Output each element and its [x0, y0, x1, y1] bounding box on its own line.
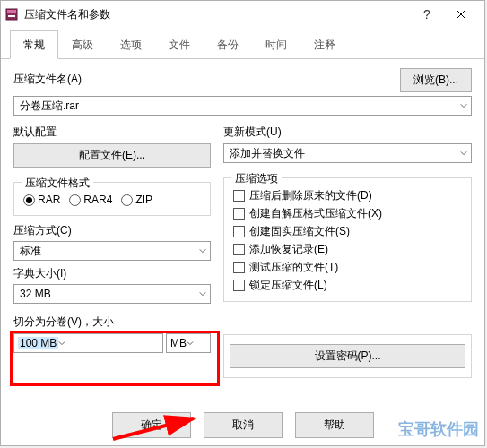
radio-rar[interactable]: RAR: [23, 194, 60, 206]
check-delete-after[interactable]: 压缩后删除原来的文件(D): [233, 188, 462, 203]
close-icon: [457, 10, 465, 19]
split-size-value: 100 MB: [18, 337, 58, 349]
chevron-down-icon: [187, 337, 194, 349]
check-recovery[interactable]: 添加恢复记录(E): [233, 242, 462, 257]
help-button[interactable]: ?: [413, 7, 440, 22]
format-group-title: 压缩文件格式: [22, 176, 93, 191]
dict-dropdown[interactable]: 32 MB: [13, 284, 211, 304]
method-dropdown[interactable]: 标准: [13, 241, 211, 261]
tab-backup[interactable]: 备份: [204, 30, 252, 59]
tab-time[interactable]: 时间: [252, 30, 300, 59]
dict-label: 字典大小(I): [13, 266, 211, 281]
titlebar: 压缩文件名和参数 ?: [1, 1, 484, 28]
method-label: 压缩方式(C): [13, 223, 211, 238]
chevron-down-icon: [58, 337, 65, 349]
ok-button[interactable]: 确定: [112, 412, 191, 438]
cancel-button[interactable]: 取消: [204, 412, 283, 438]
split-label: 切分为分卷(V)，大小: [13, 314, 211, 330]
tab-comment[interactable]: 注释: [300, 30, 349, 59]
set-password-button[interactable]: 设置密码(P)...: [230, 344, 465, 368]
window-title: 压缩文件名和参数: [24, 7, 413, 22]
browse-button[interactable]: 浏览(B)...: [400, 68, 472, 92]
close-button[interactable]: [440, 2, 481, 27]
archive-name-input[interactable]: 分卷压缩.rar: [13, 96, 472, 116]
winrar-icon: [4, 7, 19, 22]
profiles-button[interactable]: 配置文件(E)...: [13, 143, 211, 168]
chevron-down-icon: [460, 147, 467, 159]
check-sfx[interactable]: 创建自解压格式压缩文件(X): [233, 206, 462, 221]
help-button-footer[interactable]: 帮助: [295, 412, 374, 438]
tab-options[interactable]: 选项: [107, 30, 155, 59]
chevron-down-icon: [199, 245, 206, 257]
split-unit-dropdown[interactable]: MB: [166, 333, 211, 353]
archive-name-value: 分卷压缩.rar: [20, 99, 79, 114]
content-area: 压缩文件名(A) 浏览(B)... 分卷压缩.rar 默认配置 配置文件(E).…: [1, 59, 484, 383]
update-mode-label: 更新模式(U): [223, 125, 472, 140]
options-group-title: 压缩选项: [231, 171, 282, 186]
tab-general[interactable]: 常规: [10, 30, 58, 59]
chevron-down-icon: [199, 288, 206, 300]
check-lock[interactable]: 锁定压缩文件(L): [233, 278, 462, 293]
radio-zip[interactable]: ZIP: [121, 194, 152, 206]
tab-advanced[interactable]: 高级: [58, 30, 107, 59]
check-solid[interactable]: 创建固实压缩文件(S): [233, 224, 462, 239]
tab-strip: 常规 高级 选项 文件 备份 时间 注释: [1, 30, 484, 59]
svg-rect-2: [8, 15, 15, 17]
svg-rect-1: [7, 10, 16, 13]
chevron-down-icon: [460, 99, 467, 112]
check-test[interactable]: 测试压缩的文件(T): [233, 260, 462, 275]
update-mode-dropdown[interactable]: 添加并替换文件: [223, 143, 472, 163]
tab-files[interactable]: 文件: [155, 30, 204, 59]
archive-name-label: 压缩文件名(A): [13, 72, 82, 87]
split-size-input[interactable]: 100 MB: [13, 333, 163, 353]
dialog-window: 压缩文件名和参数 ? 常规 高级 选项 文件 备份 时间 注释 压缩文件名(A)…: [0, 0, 485, 446]
radio-rar4[interactable]: RAR4: [69, 194, 112, 206]
watermark: 宝哥软件园: [398, 418, 479, 440]
default-profile-label: 默认配置: [13, 125, 211, 140]
